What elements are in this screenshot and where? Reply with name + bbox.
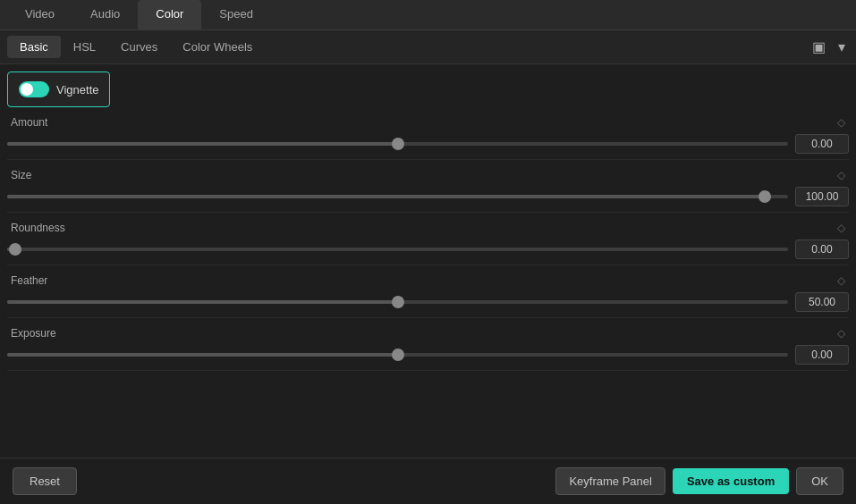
keyframe-diamond-roundness[interactable]: ◇ bbox=[837, 222, 845, 234]
keyframe-diamond-exposure[interactable]: ◇ bbox=[837, 327, 845, 340]
slider-thumb-feather[interactable] bbox=[392, 296, 404, 308]
keyframe-diamond-feather[interactable]: ◇ bbox=[837, 274, 845, 287]
vignette-toggle[interactable] bbox=[19, 81, 49, 97]
slider-label-roundness: Roundness bbox=[11, 222, 65, 234]
tab-audio[interactable]: Audio bbox=[72, 0, 138, 29]
subtab-basic[interactable]: Basic bbox=[7, 36, 61, 58]
slider-value-size[interactable] bbox=[795, 187, 849, 206]
keyframe-diamond-amount[interactable]: ◇ bbox=[837, 116, 845, 129]
slider-thumb-exposure[interactable] bbox=[392, 349, 404, 361]
tab-color[interactable]: Color bbox=[138, 0, 201, 29]
sliders-area: Amount◇Size◇Roundness◇Feather◇Exposure◇ bbox=[0, 107, 856, 490]
chevron-down-icon[interactable]: ▾ bbox=[835, 37, 849, 57]
top-tab-bar: Video Audio Color Speed bbox=[0, 0, 856, 30]
bottom-bar: Reset Keyframe Panel Save as custom OK bbox=[0, 458, 856, 504]
sub-tab-bar: Basic HSL Curves Color Wheels ▣ ▾ bbox=[0, 30, 856, 64]
slider-thumb-size[interactable] bbox=[759, 190, 771, 203]
save-custom-button[interactable]: Save as custom bbox=[673, 468, 789, 494]
slider-thumb-amount[interactable] bbox=[392, 138, 404, 150]
vignette-section: Vignette bbox=[7, 71, 110, 107]
slider-row-size: Size◇ bbox=[7, 160, 849, 213]
keyframe-panel-button[interactable]: Keyframe Panel bbox=[555, 467, 665, 495]
slider-label-size: Size bbox=[11, 169, 31, 181]
reset-button[interactable]: Reset bbox=[13, 467, 77, 495]
slider-label-exposure: Exposure bbox=[11, 327, 56, 340]
compare-icon[interactable]: ▣ bbox=[809, 37, 829, 57]
subtab-hsl[interactable]: HSL bbox=[61, 36, 108, 58]
keyframe-diamond-size[interactable]: ◇ bbox=[837, 169, 845, 181]
slider-row-exposure: Exposure◇ bbox=[7, 318, 849, 371]
slider-row-amount: Amount◇ bbox=[7, 107, 849, 160]
tab-speed[interactable]: Speed bbox=[201, 0, 271, 29]
slider-value-amount[interactable] bbox=[795, 134, 849, 154]
subtab-colorwheels[interactable]: Color Wheels bbox=[170, 36, 265, 58]
slider-thumb-roundness[interactable] bbox=[9, 243, 21, 256]
slider-row-roundness: Roundness◇ bbox=[7, 213, 849, 265]
slider-value-feather[interactable] bbox=[795, 292, 849, 312]
slider-value-exposure[interactable] bbox=[795, 345, 849, 365]
ok-button[interactable]: OK bbox=[796, 467, 843, 495]
subtab-curves[interactable]: Curves bbox=[108, 36, 170, 58]
vignette-label: Vignette bbox=[56, 83, 98, 97]
slider-label-amount: Amount bbox=[11, 116, 47, 129]
slider-value-roundness[interactable] bbox=[795, 239, 849, 259]
tab-video[interactable]: Video bbox=[7, 0, 72, 29]
slider-label-feather: Feather bbox=[11, 274, 47, 287]
slider-row-feather: Feather◇ bbox=[7, 265, 849, 318]
